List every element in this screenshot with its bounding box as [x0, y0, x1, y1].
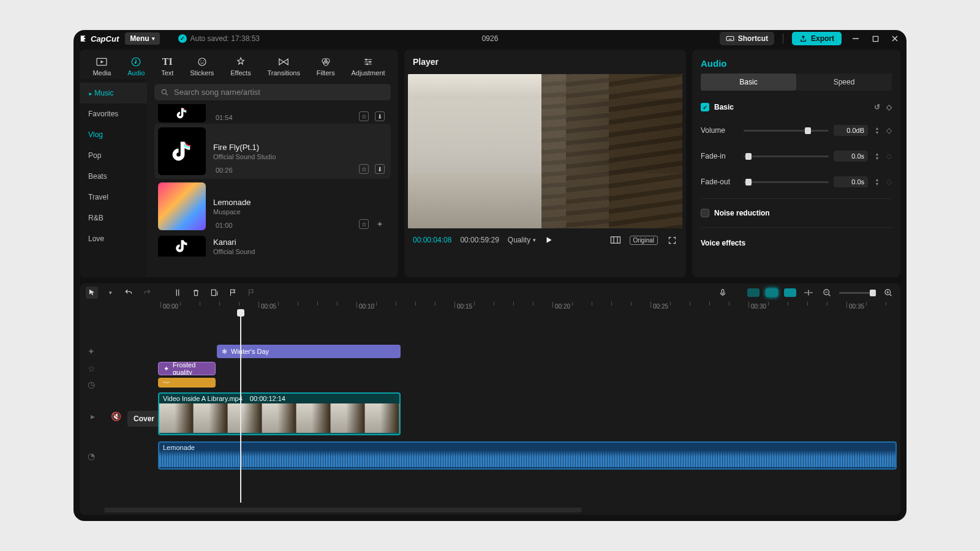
song-thumb — [158, 127, 206, 175]
player-preview[interactable] — [408, 74, 682, 228]
tab-stickers[interactable]: Stickers — [186, 53, 217, 79]
tab-audio[interactable]: Audio — [124, 53, 148, 79]
zoom-out-button[interactable] — [821, 287, 833, 299]
text-icon: TI — [161, 56, 173, 68]
split-button[interactable] — [172, 287, 184, 299]
timeline-scrollbar[interactable] — [104, 508, 582, 512]
magnet-link[interactable] — [784, 288, 796, 297]
clip-orange[interactable]: 〰 — [158, 378, 216, 388]
favorite-icon[interactable]: ☆ — [359, 164, 369, 174]
cat-vlog[interactable]: Vlog — [80, 124, 147, 145]
cat-beats[interactable]: Beats — [80, 166, 147, 187]
keyframe-icon[interactable]: ◇ — [886, 126, 892, 135]
fullscreen-button[interactable] — [666, 234, 677, 246]
clip-winter[interactable]: ❄Winter's Day — [217, 345, 401, 358]
volume-slider[interactable] — [744, 130, 829, 132]
magnet-aux[interactable] — [766, 288, 778, 297]
search-input[interactable]: Search song name/artist — [154, 84, 391, 100]
redo-button[interactable] — [141, 287, 153, 299]
favorite-icon[interactable]: ☆ — [359, 219, 369, 229]
toggle-track-icon[interactable]: ▸ — [87, 411, 98, 422]
time-track-icon[interactable]: ◷ — [86, 379, 97, 390]
tab-media[interactable]: Media — [89, 53, 115, 79]
mute-track-icon[interactable]: 🔇 — [110, 411, 121, 422]
play-button[interactable] — [545, 236, 553, 244]
current-time: 00:00:04:08 — [413, 236, 451, 244]
reset-icon[interactable]: ↺ — [874, 103, 880, 111]
maximize-button[interactable] — [870, 33, 881, 44]
preview-axis[interactable] — [802, 287, 815, 299]
magnet-main[interactable] — [747, 288, 760, 297]
timeline-ruler[interactable]: 00:0000:0500:1000:1500:2000:2500:3000:35 — [157, 302, 900, 313]
song-row[interactable]: Fire Fly(Pt.1) Official Sound Studio 00:… — [154, 124, 391, 179]
shortcut-button[interactable]: Shortcut — [720, 32, 774, 45]
tab-text[interactable]: TIText — [157, 53, 177, 79]
zoom-slider[interactable] — [839, 292, 876, 294]
quality-button[interactable]: Quality▾ — [508, 236, 536, 244]
keyframe-icon[interactable]: ◇ — [886, 103, 892, 111]
tab-effects[interactable]: Effects — [227, 53, 254, 79]
minimize-button[interactable] — [850, 33, 861, 44]
fadein-slider[interactable] — [744, 156, 829, 157]
fadein-value[interactable]: 0.0s — [834, 151, 868, 162]
favorite-icon[interactable]: ☆ — [359, 111, 369, 121]
svg-rect-16 — [722, 290, 724, 293]
cat-favorites[interactable]: Favorites — [80, 103, 147, 124]
compare-button[interactable] — [610, 234, 621, 246]
cat-travel[interactable]: Travel — [80, 187, 147, 208]
add-icon[interactable]: ＋ — [375, 219, 385, 229]
clip-frost[interactable]: ✦Frosted quality — [158, 362, 216, 375]
svg-point-4 — [198, 58, 206, 66]
fadeout-slider[interactable] — [744, 181, 829, 183]
select-tool[interactable] — [86, 287, 98, 299]
keyframe-icon[interactable]: ◇ — [886, 152, 892, 160]
playhead[interactable] — [240, 313, 241, 503]
song-row[interactable]: 01:54 ☆ ⬇ — [154, 103, 391, 124]
tab-transitions[interactable]: Transitions — [264, 53, 304, 79]
keyframe-icon[interactable]: ◇ — [886, 178, 892, 186]
timeline-body[interactable]: 00:0000:0500:1000:1500:2000:2500:3000:35… — [80, 302, 900, 515]
fadeout-value[interactable]: 0.0s — [834, 176, 868, 187]
tab-adjustment[interactable]: Adjustment — [348, 53, 389, 79]
basic-checkbox[interactable]: ✓ — [701, 103, 709, 111]
song-row[interactable]: Lemonade Muspace 01:00 ☆ ＋ — [154, 179, 391, 234]
stepper-icon[interactable]: ▲▼ — [873, 149, 881, 163]
zoom-in-button[interactable] — [882, 287, 894, 299]
clip-video[interactable]: Video Inside A Library.mp400:00:12:14 — [158, 392, 401, 435]
insp-tab-basic[interactable]: Basic — [701, 73, 796, 91]
song-row[interactable]: Kanari Official Sound — [154, 234, 391, 258]
marker-button[interactable] — [227, 287, 239, 299]
record-button[interactable] — [717, 287, 729, 299]
audio-track-icon[interactable]: ◔ — [86, 451, 97, 462]
cat-rnb[interactable]: R&B — [80, 208, 147, 228]
export-button[interactable]: Export — [792, 32, 842, 45]
library-categories: Music Favorites Vlog Pop Beats Travel R&… — [80, 79, 147, 277]
crop-left-button[interactable] — [208, 287, 221, 299]
clip-audio[interactable]: Lemonade — [158, 441, 897, 470]
noise-checkbox[interactable] — [701, 209, 709, 217]
stepper-icon[interactable]: ▲▼ — [873, 124, 881, 137]
cat-music[interactable]: Music — [80, 83, 147, 103]
marker-button-2[interactable] — [245, 287, 257, 299]
crop-icon — [210, 288, 219, 298]
ratio-button[interactable]: Original — [630, 236, 658, 245]
basic-header: ✓ Basic ↺ ◇ — [701, 97, 892, 118]
close-button[interactable] — [889, 33, 900, 44]
cover-button[interactable]: Cover — [127, 411, 160, 427]
download-icon[interactable]: ⬇ — [375, 111, 385, 121]
cat-pop[interactable]: Pop — [80, 145, 147, 166]
undo-button[interactable] — [123, 287, 135, 299]
insp-tab-speed[interactable]: Speed — [796, 73, 892, 91]
delete-button[interactable] — [190, 287, 202, 299]
svg-rect-1 — [873, 36, 878, 41]
tab-filters[interactable]: Filters — [313, 53, 339, 79]
stepper-icon[interactable]: ▲▼ — [873, 175, 881, 189]
download-icon[interactable]: ⬇ — [375, 164, 385, 174]
effect-track-icon[interactable]: ✦ — [86, 346, 97, 357]
tool-dropdown[interactable]: ▾ — [104, 287, 116, 299]
cat-love[interactable]: Love — [80, 228, 147, 249]
menu-button[interactable]: Menu ▾ — [125, 32, 159, 45]
volume-value[interactable]: 0.0dB — [834, 125, 868, 136]
audio-icon — [130, 56, 141, 67]
sticker-track-icon[interactable]: ☆ — [86, 363, 97, 374]
